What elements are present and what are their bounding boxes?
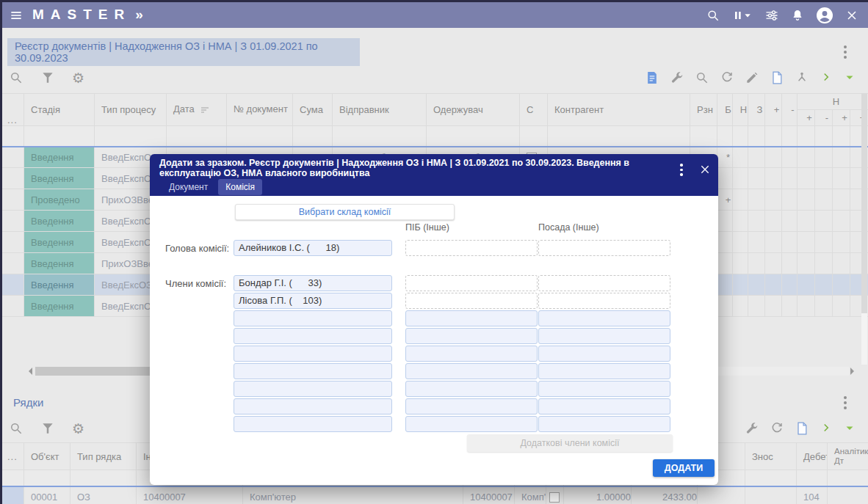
filter-row[interactable] (1, 126, 868, 147)
add-button[interactable]: ДОДАТИ (653, 459, 715, 477)
new-document-icon[interactable] (795, 421, 809, 436)
member-input[interactable] (234, 416, 392, 432)
new-document-icon[interactable] (770, 70, 784, 85)
member-input[interactable] (234, 310, 392, 326)
commission-head-input[interactable]: Алейников І.С. ( 18) (234, 240, 392, 256)
column-header-minus[interactable]: - (782, 94, 798, 126)
notifications-bell-icon[interactable] (790, 8, 805, 23)
wrench-icon[interactable] (670, 70, 684, 85)
member-pib-other-input[interactable] (405, 363, 538, 379)
column-header-znos[interactable]: Знос (745, 443, 797, 470)
column-subheader[interactable]: + (833, 110, 850, 126)
member-posada-other-input[interactable] (538, 293, 670, 309)
checkbox[interactable] (549, 492, 560, 503)
member-posada-other-input[interactable] (538, 310, 670, 326)
scroll-left-arrow[interactable] (25, 368, 32, 375)
refresh-icon[interactable] (720, 70, 734, 85)
member-input[interactable] (234, 381, 392, 397)
member-input[interactable] (234, 328, 392, 344)
member-posada-other-input[interactable] (538, 275, 670, 291)
column-header-plus[interactable]: + (765, 94, 782, 126)
column-subheader[interactable]: + (798, 110, 815, 126)
tab-document[interactable]: Документ (162, 179, 215, 195)
select-commission-button[interactable]: Вибрати склад комісії (235, 204, 455, 220)
member-posada-other-input[interactable] (538, 398, 670, 414)
column-header-object[interactable]: Об'єкт (24, 443, 70, 470)
pause-dropdown-icon[interactable] (731, 8, 753, 23)
dialog-more-icon[interactable] (680, 164, 683, 178)
column-header-counterparty[interactable]: Контрагент (548, 94, 690, 126)
member-input[interactable] (234, 363, 392, 379)
search-icon[interactable] (695, 70, 709, 85)
member-posada-other-input[interactable] (538, 346, 670, 362)
column-header-process[interactable]: Тип процесу (95, 94, 167, 126)
member-pib-other-input[interactable] (405, 398, 538, 414)
column-header-sender[interactable]: Відправник (333, 94, 427, 126)
rows-row[interactable]: 00001 ОЗ 10400007 Комп'ютер 10400007 Ком… (1, 486, 868, 504)
registry-more-icon[interactable] (844, 45, 847, 61)
member-input[interactable] (234, 346, 392, 362)
column-header-c[interactable]: С (520, 94, 548, 126)
search-icon[interactable] (706, 8, 720, 23)
column-header-row-type[interactable]: Тип рядка (70, 443, 137, 470)
member-pib-other-input[interactable] (405, 346, 538, 362)
document-report-icon[interactable] (645, 70, 659, 85)
member-posada-other-input[interactable] (538, 363, 670, 379)
column-header-rzn[interactable]: Рзн (690, 94, 717, 126)
tab-commission[interactable]: Комісія (218, 179, 262, 195)
column-subheader[interactable]: - (815, 110, 833, 126)
additional-members-button[interactable]: Додаткові члени комісії (467, 434, 673, 452)
column-header-stage[interactable]: Стадія (24, 94, 95, 126)
caret-down-icon[interactable] (845, 70, 855, 85)
column-header-date[interactable]: Дата (167, 94, 227, 126)
head-pib-other-input[interactable] (405, 240, 538, 256)
head-posada-other-input[interactable] (538, 240, 670, 256)
dialog-close-icon[interactable] (699, 164, 711, 175)
member-pib-other-input[interactable] (405, 416, 538, 432)
top-bar: MASTER» (0, 2, 868, 28)
member-posada-other-input[interactable] (538, 381, 670, 397)
column-header-receiver[interactable]: Одержувач (427, 94, 520, 126)
registry-document-tab[interactable]: Реєстр документів | Надходження ОЗ і НМА… (7, 38, 360, 66)
member-input[interactable]: Лісова Г.П. ( 103) (234, 293, 392, 309)
flow-split-icon[interactable] (795, 70, 809, 85)
filter-icon[interactable] (40, 70, 55, 85)
column-header-doc-no[interactable]: № документ (227, 94, 293, 126)
settings-gear-icon[interactable]: ⚙ (72, 421, 84, 436)
search-icon[interactable] (9, 70, 23, 85)
edit-pencil-icon[interactable] (745, 70, 759, 85)
column-header-b[interactable]: Б (717, 94, 733, 126)
column-header-z[interactable]: З (748, 94, 765, 126)
column-header-debet[interactable]: Дебет (797, 443, 828, 470)
scrollbar-thumb[interactable] (861, 93, 867, 313)
chevron-right-icon[interactable] (820, 421, 834, 436)
member-pib-other-input[interactable] (405, 275, 538, 291)
member-pib-other-input[interactable] (405, 328, 538, 344)
member-posada-other-input[interactable] (538, 416, 670, 432)
tune-icon[interactable] (764, 8, 779, 23)
chevron-right-icon[interactable] (820, 70, 834, 85)
member-input[interactable] (234, 398, 392, 414)
column-header-sum[interactable]: Сума (293, 94, 333, 126)
member-input[interactable]: Бондар Г.І. ( 33) (234, 275, 392, 291)
rows-more-icon[interactable] (844, 396, 847, 412)
vertical-scrollbar[interactable] (861, 93, 867, 365)
column-header-n[interactable]: Н (733, 94, 748, 126)
member-pib-other-input[interactable] (405, 310, 538, 326)
caret-down-icon[interactable] (845, 421, 855, 436)
dialog-title: Додати за зразком. Реєстр документів | Н… (159, 158, 666, 178)
scroll-right-arrow[interactable] (850, 368, 858, 375)
column-header-group-n[interactable]: Н (798, 94, 868, 110)
search-icon[interactable] (9, 421, 23, 436)
column-header-analytics-dt[interactable]: Аналітика Дт (828, 443, 868, 470)
menu-icon[interactable] (9, 8, 23, 23)
user-avatar[interactable] (816, 7, 833, 24)
member-posada-other-input[interactable] (538, 328, 670, 344)
wrench-icon[interactable] (745, 421, 759, 436)
member-pib-other-input[interactable] (405, 293, 538, 309)
close-icon[interactable] (845, 8, 859, 23)
settings-gear-icon[interactable]: ⚙ (72, 70, 84, 85)
member-pib-other-input[interactable] (405, 381, 538, 397)
refresh-icon[interactable] (770, 421, 784, 436)
filter-icon[interactable] (40, 421, 55, 436)
